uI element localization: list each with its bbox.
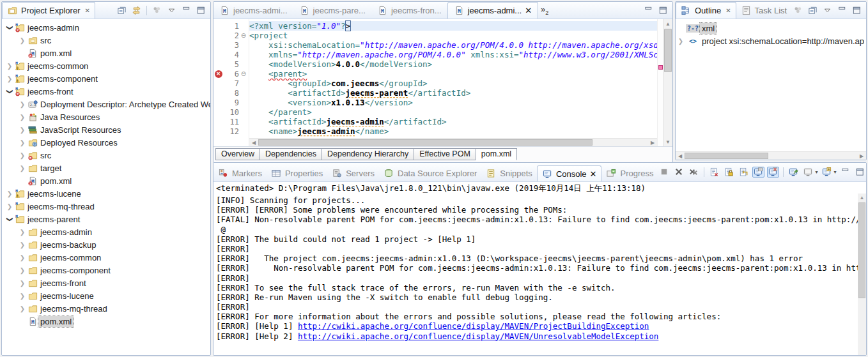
- editor-body[interactable]: 12⊖345✕6⊖789101112 <?xml version="1.0"?>…: [213, 19, 672, 146]
- tree-item-jeecms-lucene[interactable]: ❯jeecms-lucene: [2, 289, 210, 302]
- tree-item-javascript-resources[interactable]: ❯JavaScript Resources: [2, 123, 210, 136]
- editor-tab-jeecms-admi-[interactable]: Mjeecms-admi...: [213, 2, 293, 19]
- collapsed-arrow-icon[interactable]: ❯: [17, 126, 27, 133]
- tab-outline[interactable]: Outline ✕: [676, 2, 736, 19]
- gutter-line[interactable]: 11: [213, 117, 249, 126]
- tree-item-label[interactable]: jeecms-component: [38, 265, 112, 276]
- tab-overflow-chevron[interactable]: »2: [538, 4, 551, 16]
- outline-item[interactable]: ❯<>project xsi:schemaLocation=http://mav…: [676, 34, 866, 47]
- scroll-left-icon[interactable]: ◀: [676, 152, 685, 160]
- gutter-line[interactable]: ✕6⊖: [213, 69, 249, 79]
- tree-item-jeecms-parent[interactable]: ❯Mjeecms-parent: [2, 213, 210, 225]
- tree-item-jeecms-common[interactable]: ❯Mjeecms-common: [2, 59, 210, 72]
- scroll-down-icon[interactable]: ▼: [663, 137, 672, 146]
- code-area[interactable]: <?xml version="1.0"?><project xsi:schema…: [249, 19, 657, 146]
- tree-item-label[interactable]: jeecms-lucene: [26, 188, 83, 199]
- collapsed-arrow-icon[interactable]: ❯: [4, 203, 15, 210]
- collapsed-arrow-icon[interactable]: ❯: [4, 190, 15, 197]
- tab-project-explorer[interactable]: Project Explorer ✕: [2, 2, 95, 19]
- tree-item-label[interactable]: src: [38, 35, 53, 46]
- pom-page-tab-dependencies[interactable]: Dependencies: [260, 148, 322, 160]
- gutter-line[interactable]: 5: [213, 59, 249, 69]
- tree-item-label[interactable]: pom.xml: [38, 48, 74, 59]
- scroll-lock-icon[interactable]: [723, 167, 735, 178]
- collapsed-arrow-icon[interactable]: ❯: [17, 280, 27, 287]
- open-console-icon[interactable]: [821, 167, 833, 178]
- view-tab-console[interactable]: Console✕: [537, 165, 602, 181]
- focus-icon[interactable]: [792, 5, 804, 16]
- scrollbar-thumb[interactable]: [664, 29, 672, 72]
- close-console-icon[interactable]: [673, 167, 685, 178]
- close-all-consoles-icon[interactable]: [688, 167, 700, 178]
- view-tab-data-source-explorer[interactable]: Data Source Explorer: [379, 165, 481, 181]
- expanded-arrow-icon[interactable]: ❯: [6, 86, 13, 96]
- maximize-icon[interactable]: [851, 5, 863, 16]
- tree-item-label[interactable]: Deployment Descriptor: Archetype Created…: [38, 99, 210, 110]
- collapsed-arrow-icon[interactable]: ❯: [17, 114, 27, 121]
- tree-item-jeecms-mq-thread[interactable]: ❯jeecms-mq-thread: [2, 302, 210, 315]
- tree-item-label[interactable]: target: [38, 163, 63, 174]
- tree-item-jeecms-mq-thread[interactable]: ❯Mjeecms-mq-thread: [2, 200, 210, 213]
- view-tab-properties[interactable]: Properties: [267, 165, 327, 181]
- collapsed-arrow-icon[interactable]: ❯: [17, 254, 27, 261]
- tree-item-label[interactable]: jeecms-mq-thread: [26, 201, 97, 212]
- code-line-10[interactable]: </parent>: [249, 107, 657, 117]
- expanded-arrow-icon[interactable]: ❯: [6, 214, 13, 224]
- view-tab-markers[interactable]: Markers: [213, 165, 267, 181]
- clear-console-icon[interactable]: [708, 167, 720, 178]
- tree-item-label[interactable]: jeecms-front: [38, 278, 88, 289]
- tree-item-jeecms-admin[interactable]: ❯jeecms-admin: [2, 225, 210, 238]
- scroll-right-icon[interactable]: ▶: [648, 139, 657, 146]
- console-help-link[interactable]: http://cwiki.apache.org/confluence/displ…: [298, 321, 649, 331]
- chevron-down-icon[interactable]: ▾: [816, 169, 818, 175]
- maximize-icon[interactable]: [854, 167, 866, 178]
- code-line-3[interactable]: xsi:schemaLocation="http://maven.apache.…: [249, 40, 657, 50]
- collapsed-arrow-icon[interactable]: ❯: [17, 305, 27, 312]
- code-line-1[interactable]: <?xml version="1.0"?>: [249, 21, 657, 31]
- collapsed-arrow-icon[interactable]: ❯: [4, 75, 15, 82]
- pom-page-tab-pom-xml[interactable]: pom.xml: [476, 148, 517, 160]
- code-line-6[interactable]: <parent>: [249, 69, 657, 79]
- console-help-link[interactable]: http://cwiki.apache.org/confluence/displ…: [298, 331, 658, 341]
- show-on-stdout-icon[interactable]: [752, 167, 764, 178]
- tree-item-deployment-descriptor-archetype-created-[interactable]: ❯2.3Deployment Descriptor: Archetype Cre…: [2, 98, 210, 110]
- collapsed-arrow-icon[interactable]: ❯: [17, 292, 27, 300]
- stop-icon[interactable]: [658, 167, 670, 178]
- editor-tab-jeecms-admi-[interactable]: Mjeecms-admi...✕: [447, 2, 538, 19]
- tree-item-jeecms-front[interactable]: ❯Mjeecms-front: [2, 85, 210, 98]
- view-menu-icon[interactable]: [821, 5, 833, 16]
- editor-horizontal-scrollbar[interactable]: ◀ ▶: [249, 138, 657, 146]
- scrollbar-thumb[interactable]: [858, 202, 865, 298]
- collapsed-arrow-icon[interactable]: ❯: [17, 165, 27, 172]
- tree-item-label[interactable]: pom.xml: [38, 176, 74, 186]
- overview-ruler[interactable]: [657, 19, 663, 146]
- collapsed-arrow-icon[interactable]: ❯: [17, 139, 27, 146]
- tree-item-label[interactable]: jeecms-admin: [26, 22, 81, 33]
- tree-item-label[interactable]: jeecms-parent: [26, 214, 82, 225]
- outline-item[interactable]: ?-?xml: [676, 22, 866, 34]
- gutter-line[interactable]: 3: [213, 40, 249, 50]
- gutter-line[interactable]: 2⊖: [213, 31, 249, 40]
- tree-item-label[interactable]: src: [38, 150, 53, 161]
- scrollbar-thumb[interactable]: [258, 139, 593, 146]
- code-line-11[interactable]: <artifactId>jeecms-admin</artifactId>: [249, 117, 657, 126]
- collapsed-arrow-icon[interactable]: ❯: [17, 101, 27, 108]
- tree-item-label[interactable]: jeecms-component: [26, 73, 100, 84]
- expanded-arrow-icon[interactable]: ❯: [6, 22, 13, 33]
- code-line-9[interactable]: <version>x1.0.13</version>: [249, 98, 657, 107]
- tree-item-pom-xml[interactable]: Mpom.xml: [2, 174, 210, 187]
- tree-item-label[interactable]: jeecms-common: [26, 61, 90, 72]
- code-line-4[interactable]: xmlns="http://maven.apache.org/POM/4.0.0…: [249, 50, 657, 59]
- tree-item-target[interactable]: ❯target: [2, 162, 210, 174]
- view-menu-icon[interactable]: [166, 5, 178, 16]
- close-icon[interactable]: ✕: [590, 169, 597, 179]
- minimize-icon[interactable]: [836, 5, 848, 16]
- tree-item-label[interactable]: jeecms-lucene: [38, 291, 96, 301]
- pom-page-tab-effective-pom[interactable]: Effective POM: [414, 148, 476, 160]
- tree-item-jeecms-component[interactable]: ❯jeecms-component: [2, 264, 210, 277]
- code-line-5[interactable]: <modelVersion>4.0.0</modelVersion>: [249, 59, 657, 69]
- chevron-down-icon[interactable]: ▾: [834, 169, 837, 175]
- tree-item-jeecms-common[interactable]: ❯jeecms-common: [2, 251, 210, 264]
- display-selected-console-icon[interactable]: [802, 167, 814, 178]
- collapsed-arrow-icon[interactable]: ❯: [17, 229, 27, 236]
